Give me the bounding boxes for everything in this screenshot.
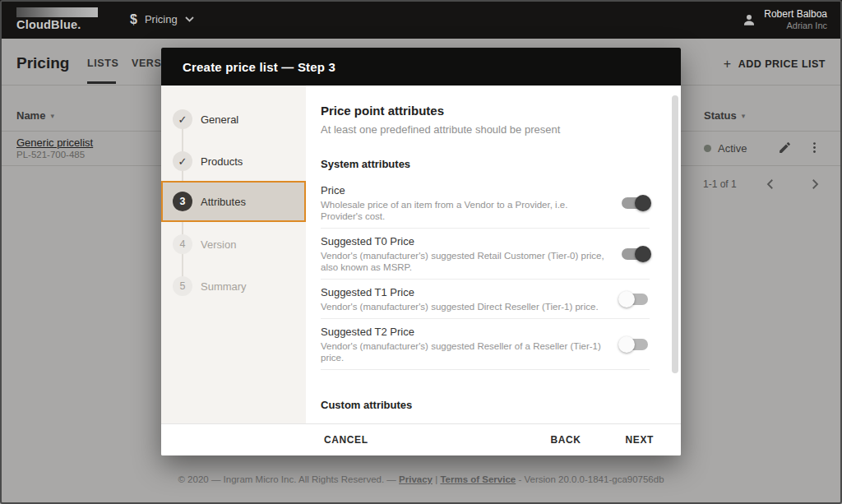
- app-window: CloudBlue. $ Pricing Robert Balboa Adria…: [0, 0, 842, 504]
- step-number: 5: [173, 276, 192, 296]
- create-price-list-dialog: Create price list — Step 3 ✓ General ✓ P…: [161, 48, 681, 455]
- step-summary[interactable]: 5 Summary: [161, 266, 306, 307]
- system-attributes-heading: System attributes: [321, 158, 650, 170]
- chevron-down-icon: [185, 16, 194, 22]
- user-menu[interactable]: Robert Balboa Adrian Inc: [742, 0, 827, 39]
- step-general[interactable]: ✓ General: [161, 99, 306, 140]
- dialog-body: ✓ General ✓ Products 3 Attributes 4 Vers…: [161, 86, 681, 423]
- step-label: Products: [201, 155, 243, 168]
- custom-attributes-heading: Custom attributes: [321, 399, 650, 411]
- check-icon: ✓: [173, 109, 192, 129]
- module-label: Pricing: [145, 13, 178, 25]
- person-icon: [742, 12, 756, 27]
- attribute-description: Vendor's (manufacturer's) suggested Rese…: [321, 340, 610, 363]
- attribute-name: Suggested T2 Price: [321, 326, 610, 338]
- attribute-text: Price Wholesale price of an item from a …: [321, 184, 610, 222]
- step-label: Version: [201, 238, 236, 251]
- attribute-description: Wholesale price of an item from a Vendor…: [321, 199, 610, 222]
- attribute-name: Suggested T0 Price: [321, 235, 610, 247]
- back-button[interactable]: BACK: [551, 434, 581, 446]
- attribute-row-price: Price Wholesale price of an item from a …: [321, 178, 650, 229]
- content-scrollbar[interactable]: [672, 95, 678, 373]
- attribute-text: Suggested T1 Price Vendor's (manufacture…: [321, 286, 610, 312]
- user-name: Robert Balboa: [764, 8, 827, 20]
- cloudblue-logo[interactable]: CloudBlue.: [16, 7, 98, 31]
- wizard-steps-panel: ✓ General ✓ Products 3 Attributes 4 Vers…: [161, 86, 306, 423]
- attribute-text: Suggested T2 Price Vendor's (manufacture…: [321, 326, 610, 363]
- dollar-icon: $: [130, 12, 137, 27]
- step-label: Attributes: [201, 196, 246, 208]
- dialog-footer: CANCEL BACK NEXT: [161, 423, 681, 455]
- step-version[interactable]: 4 Version: [161, 224, 306, 265]
- attribute-row-t1: Suggested T1 Price Vendor's (manufacture…: [321, 280, 650, 319]
- attributes-step-content: Price point attributes At least one pred…: [306, 86, 681, 423]
- toggle-price[interactable]: [620, 196, 650, 210]
- toggle-suggested-t1[interactable]: [620, 292, 650, 307]
- attribute-row-t2: Suggested T2 Price Vendor's (manufacture…: [321, 319, 650, 370]
- step-label: General: [201, 113, 238, 126]
- top-navigation-bar: CloudBlue. $ Pricing Robert Balboa Adria…: [0, 0, 842, 39]
- content-subheading: At least one predefined attribute should…: [321, 123, 650, 136]
- attribute-text: Suggested T0 Price Vendor's (manufacture…: [321, 235, 610, 273]
- dialog-header: Create price list — Step 3: [161, 48, 681, 86]
- system-attributes-list: Price Wholesale price of an item from a …: [321, 178, 650, 370]
- attribute-row-t0: Suggested T0 Price Vendor's (manufacture…: [321, 229, 650, 280]
- user-texts: Robert Balboa Adrian Inc: [764, 8, 827, 30]
- step-number: 4: [173, 234, 192, 254]
- toggle-suggested-t2[interactable]: [620, 337, 650, 352]
- toggle-suggested-t0[interactable]: [620, 247, 650, 261]
- step-products[interactable]: ✓ Products: [161, 141, 306, 182]
- attribute-description: Vendor's (manufacturer's) suggested Reta…: [321, 250, 610, 273]
- logo-text: CloudBlue.: [16, 18, 98, 31]
- user-organization: Adrian Inc: [764, 21, 827, 30]
- step-label: Summary: [201, 280, 247, 293]
- logo-gradient-bar: [16, 7, 98, 17]
- check-icon: ✓: [173, 151, 192, 171]
- module-switcher[interactable]: $ Pricing: [130, 0, 194, 39]
- step-number: 3: [173, 192, 192, 211]
- cancel-button[interactable]: CANCEL: [324, 434, 368, 446]
- next-button[interactable]: NEXT: [626, 434, 654, 446]
- dialog-title: Create price list — Step 3: [183, 60, 335, 74]
- attribute-description: Vendor's (manufacturer's) suggested Dire…: [321, 301, 610, 312]
- content-heading: Price point attributes: [321, 104, 650, 118]
- attribute-name: Suggested T1 Price: [321, 286, 610, 298]
- step-attributes[interactable]: 3 Attributes: [161, 181, 306, 222]
- attribute-name: Price: [321, 184, 610, 197]
